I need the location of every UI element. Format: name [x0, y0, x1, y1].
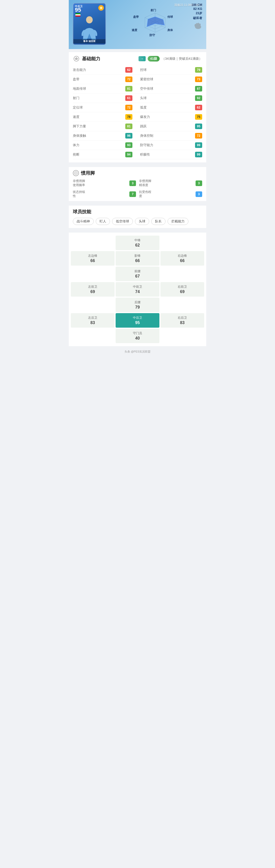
position-name: 右后卫 [178, 316, 187, 320]
stat-name: 地面传球 [73, 86, 125, 91]
radar-label-speed: 速度 [132, 28, 137, 32]
position-cell [160, 236, 204, 250]
stat-name: 体力 [73, 143, 125, 148]
foot-value: 3 [196, 181, 202, 186]
stat-name: 控球 [140, 68, 195, 72]
stat-name: 空中传球 [140, 86, 195, 91]
stat-value: 92 [195, 95, 202, 101]
position-cell: 中锋 62 [116, 236, 159, 250]
stat-row: 身体控制 72 [138, 131, 202, 141]
stat-name: 跳跃 [140, 124, 195, 129]
svg-point-14 [198, 23, 199, 26]
position-cell: 守门员 40 [116, 329, 159, 343]
player-height: 186 CM [191, 3, 202, 7]
ability-level-badge: 41级 [148, 56, 160, 62]
skill-tag: 队长 [151, 218, 166, 225]
foot-item: 抗受伤程度 3 [139, 190, 202, 198]
position-value: 83 [180, 320, 185, 325]
stat-name: 脚下力量 [73, 124, 125, 129]
stat-value: 96 [125, 133, 132, 138]
stat-name: 定位球 [73, 105, 125, 110]
stat-row: 脚下力量 81 [73, 122, 138, 131]
position-name: 影锋 [134, 254, 141, 258]
position-cell [71, 298, 115, 312]
stat-value: 75 [195, 114, 202, 120]
stat-row: 积极性 99 [138, 150, 202, 159]
ability-arrow[interactable]: → [139, 56, 146, 61]
foot-icon [73, 170, 79, 176]
stat-name: 爆发力 [140, 115, 195, 119]
player-age: 23岁 [191, 11, 202, 16]
skills-section: 球员技能 战斗精神盯人低空传球头球队长拦截能力 [69, 206, 206, 228]
position-cell: 右后卫 83 [160, 313, 204, 328]
stat-row: 头球 92 [138, 94, 202, 103]
header-card: 中后卫 95 鲁本·迪亚斯 国服22.11.08曼城精选 [69, 0, 206, 49]
position-name: 中锋 [134, 238, 141, 243]
stat-row: 盘带 72 [73, 75, 138, 84]
basic-ability-section: 基础能力 → 41级 （34满级｜突破后41满级） 攻击能力 62控球 79盘带… [69, 52, 206, 162]
stat-value: 93 [125, 142, 132, 148]
position-value: 40 [135, 336, 140, 341]
stat-value: 99 [195, 152, 202, 157]
position-value: 83 [90, 320, 95, 325]
position-value: 66 [180, 258, 185, 263]
position-cell [71, 267, 115, 281]
stat-row: 抢断 94 [73, 150, 138, 159]
stat-value: 61 [125, 95, 132, 101]
foot-label: 非惯用脚使用频率 [73, 179, 129, 187]
position-name: 左前卫 [88, 285, 97, 289]
foot-value: 3 [196, 191, 202, 197]
stat-name: 攻击能力 [73, 68, 125, 72]
position-cell: 影锋 66 [116, 251, 159, 266]
position-name: 左边锋 [88, 254, 97, 258]
stat-value: 78 [125, 114, 132, 120]
foot-item: 非惯用脚精准度 3 [139, 179, 202, 187]
stat-value: 73 [195, 76, 202, 82]
stat-value: 87 [195, 86, 202, 92]
stat-name: 盘带 [73, 77, 125, 82]
foot-value: 7 [129, 191, 136, 197]
svg-marker-17 [75, 57, 78, 60]
stat-value: 79 [195, 67, 202, 73]
svg-point-15 [199, 24, 201, 26]
stat-name: 头球 [140, 96, 195, 100]
stat-value: 81 [125, 86, 132, 92]
skills-title: 球员技能 [73, 209, 202, 215]
position-section: 中锋 62左边锋 66影锋 66右边锋 66前腰 67左前卫 69中前卫 74右… [69, 232, 206, 346]
position-cell: 中后卫 95 [116, 313, 159, 328]
stat-name: 防守能力 [140, 143, 195, 148]
footer-watermark: 头条 @PES实况联盟 [69, 348, 206, 355]
skills-tags: 战斗精神盯人低空传球头球队长拦截能力 [73, 218, 202, 225]
position-value: 95 [135, 320, 140, 325]
stat-row: 体力 93 [73, 141, 138, 150]
stat-row: 防守能力 99 [138, 141, 202, 150]
position-cell: 中前卫 74 [116, 282, 159, 297]
stat-value: 72 [125, 105, 132, 110]
stat-row: 攻击能力 62 [73, 65, 138, 75]
position-cell: 左边锋 66 [71, 251, 115, 266]
radar-label-shoot: 射门 [150, 8, 156, 12]
foot-label: 非惯用脚精准度 [139, 179, 196, 187]
skill-tag: 低空传球 [112, 218, 133, 225]
ability-level-detail: （34满级｜突破后41满级） [162, 56, 202, 61]
foot-grid: 非惯用脚使用频率 3非惯用脚精准度 3状态持续性 7抗受伤程度 3 [73, 179, 202, 198]
foot-label: 抗受伤程度 [139, 190, 196, 198]
foot-value: 3 [129, 181, 136, 186]
position-name: 左后卫 [88, 316, 97, 320]
stat-value: 72 [195, 133, 202, 138]
position-cell [160, 267, 204, 281]
player-card: 中后卫 95 鲁本·迪亚斯 [73, 3, 106, 45]
stat-value: 72 [125, 76, 132, 82]
position-value: 66 [135, 258, 140, 263]
stats-grid: 攻击能力 62控球 79盘带 72紧密控球 73地面传球 81空中传球 87射门… [73, 65, 202, 159]
stat-name: 积极性 [140, 152, 195, 157]
radar-label-body: 身体 [167, 28, 173, 32]
position-cell: 前腰 67 [116, 267, 159, 281]
position-cell: 后腰 79 [116, 298, 159, 312]
foot-section: 惯用脚 非惯用脚使用频率 3非惯用脚精准度 3状态持续性 7抗受伤程度 3 [69, 167, 206, 201]
player-style: 破坏者 [191, 16, 202, 20]
card-name: 鲁本·迪亚斯 [73, 39, 105, 43]
foot-item: 非惯用脚使用频率 3 [73, 179, 136, 187]
stat-name: 射门 [73, 96, 125, 100]
stat-row: 空中传球 87 [138, 84, 202, 94]
